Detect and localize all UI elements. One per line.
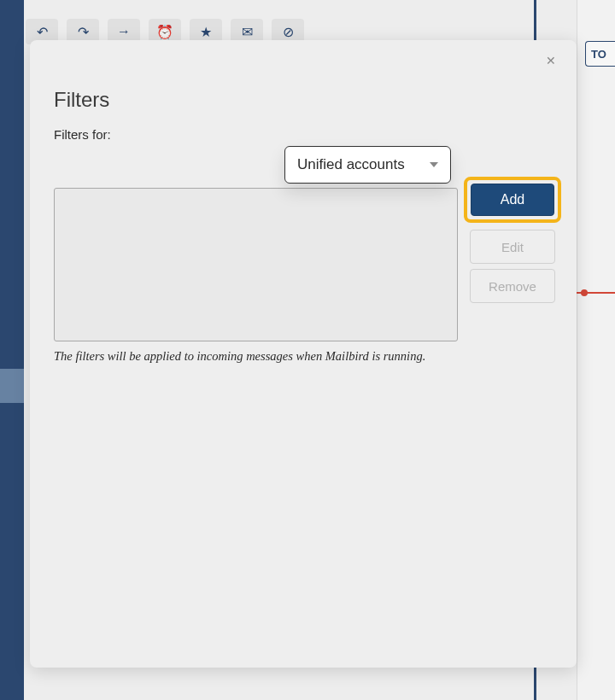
dialog-title: Filters <box>54 88 553 112</box>
remove-button: Remove <box>470 269 555 303</box>
dialog-content: Filters Filters for: <box>30 40 577 159</box>
hint-text: The filters will be applied to incoming … <box>54 347 464 366</box>
filters-dialog: ✕ Filters Filters for: Unified accounts … <box>30 40 577 668</box>
add-button-highlight: Add <box>464 177 561 223</box>
account-select-dropdown[interactable]: Unified accounts <box>284 146 451 184</box>
filters-for-label: Filters for: <box>54 127 553 142</box>
add-button[interactable]: Add <box>471 184 554 216</box>
account-select-value: Unified accounts <box>297 156 405 173</box>
close-icon: ✕ <box>546 54 556 67</box>
chevron-down-icon <box>430 162 438 167</box>
filter-list-box[interactable] <box>54 188 458 341</box>
edit-button: Edit <box>470 230 555 264</box>
close-button[interactable]: ✕ <box>542 52 559 69</box>
dialog-side-buttons: Add Edit Remove <box>464 177 561 308</box>
